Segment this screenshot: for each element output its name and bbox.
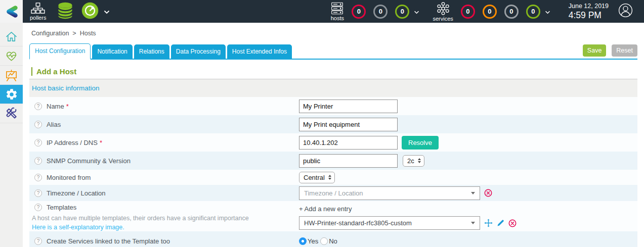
snmp-label: SNMP Community & Version — [47, 157, 131, 165]
dropdown-caret-icon — [471, 222, 475, 224]
sidebar-item-home[interactable] — [0, 27, 23, 46]
chart-easel-icon — [5, 68, 18, 82]
form-row-snmp: ? SNMP Community & Version 2c — [29, 152, 637, 170]
tab-host-extended-infos[interactable]: Host Extended Infos — [227, 44, 292, 59]
help-icon[interactable]: ? — [34, 103, 42, 110]
services-critical-counter[interactable]: 0 — [461, 5, 475, 19]
timezone-label: Timezone / Location — [47, 189, 106, 197]
sidebar-item-administration[interactable] — [0, 104, 23, 123]
pencil-icon — [497, 219, 504, 227]
heading-bar — [31, 67, 32, 76]
services-warning-counter[interactable]: 0 — [483, 5, 497, 19]
date-text: June 12, 2019 — [569, 3, 609, 10]
user-icon — [618, 3, 633, 18]
tab-data-processing[interactable]: Data Processing — [171, 44, 226, 59]
tab-notification[interactable]: Notification — [92, 44, 132, 59]
hosts-menu[interactable]: hosts — [330, 2, 344, 21]
required-asterisk: * — [100, 139, 102, 146]
sidebar-item-reporting[interactable] — [0, 66, 23, 85]
radio-yes[interactable] — [299, 237, 307, 245]
move-icon — [484, 219, 493, 227]
timezone-clear-button[interactable] — [484, 189, 492, 197]
hosts-down-counter[interactable]: 0 — [352, 5, 366, 19]
page-title: Add a Host — [31, 67, 637, 76]
form-row-templates: ? Templates A host can have multiple tem… — [29, 201, 637, 231]
pollers-label: pollers — [30, 15, 46, 21]
sidebar-item-configuration[interactable] — [0, 85, 23, 104]
form-row-monitored-from: ? Monitored from Central — [29, 170, 637, 185]
ip-label: IP Address / DNS* — [47, 139, 102, 146]
services-chevron-down-icon[interactable] — [545, 7, 550, 16]
pollers-menu[interactable]: pollers — [30, 3, 46, 21]
tab-relations[interactable]: Relations — [134, 44, 169, 59]
pollers-icon — [31, 3, 45, 15]
section-host-basic-information: Host basic information — [29, 79, 637, 97]
services-unknown-counter[interactable]: 0 — [504, 5, 519, 19]
add-template-link[interactable]: + Add a new entry — [299, 205, 632, 213]
gear-icon — [5, 88, 18, 101]
create-services-label: Create Services linked to the Template t… — [47, 237, 170, 245]
reset-button[interactable]: Reset — [612, 44, 637, 57]
user-profile-button[interactable] — [618, 3, 633, 20]
breadcrumb-configuration[interactable]: Configuration — [31, 30, 69, 37]
help-icon[interactable]: ? — [34, 189, 42, 197]
template-select[interactable]: HW-Printer-standard-rfc3805-custom — [299, 216, 480, 230]
templates-label: Templates — [47, 204, 76, 211]
sidebar-item-monitoring[interactable] — [0, 46, 23, 66]
hosts-unreachable-counter[interactable]: 0 — [373, 5, 388, 19]
form-row-create-services: ? Create Services linked to the Template… — [29, 231, 637, 247]
form-row-alias: ? Alias — [29, 115, 637, 133]
templates-note: A host can have multiple templates, thei… — [32, 215, 299, 231]
sidebar — [0, 23, 23, 247]
snmp-community-input[interactable] — [299, 154, 398, 168]
timezone-select[interactable]: Timezone / Location — [299, 186, 480, 200]
services-ok-counter[interactable]: 0 — [526, 5, 540, 19]
name-label: Name* — [47, 103, 69, 110]
remove-circle-icon — [508, 219, 517, 227]
database-status-icon[interactable] — [56, 2, 74, 22]
required-asterisk: * — [66, 103, 69, 110]
form-row-timezone: ? Timezone / Location Timezone / Locatio… — [29, 185, 637, 201]
tools-icon — [5, 107, 18, 120]
time-text: 4:59 PM — [569, 10, 609, 21]
tab-host-configuration[interactable]: Host Configuration — [29, 43, 91, 60]
name-input[interactable] — [299, 100, 398, 113]
radio-no-label: No — [329, 237, 337, 245]
centreon-logo[interactable] — [0, 0, 23, 23]
alias-label: Alias — [47, 121, 61, 128]
create-services-radio-group: Yes No — [299, 237, 337, 245]
breadcrumb-hosts[interactable]: Hosts — [80, 30, 96, 37]
home-icon — [5, 30, 18, 43]
services-menu[interactable]: services — [433, 2, 453, 22]
snmp-version-select[interactable]: 2c — [403, 155, 424, 167]
templates-note-link[interactable]: Here is a self-explanatory image. — [32, 224, 299, 231]
save-button[interactable]: Save — [583, 44, 607, 57]
help-icon[interactable]: ? — [34, 237, 42, 245]
services-label: services — [433, 16, 453, 22]
gauge-status-icon[interactable] — [81, 2, 99, 22]
form-row-name: ? Name* — [29, 97, 637, 115]
hosts-chevron-down-icon[interactable] — [414, 7, 419, 16]
host-form: Host basic information ? Name* ? Alias — [29, 79, 637, 247]
template-move-button[interactable] — [484, 219, 493, 227]
help-icon[interactable]: ? — [34, 157, 42, 165]
help-icon[interactable]: ? — [34, 204, 42, 211]
monitored-from-select[interactable]: Central — [299, 172, 335, 183]
resolve-button[interactable]: Resolve — [402, 136, 439, 150]
template-edit-button[interactable] — [497, 219, 504, 227]
alias-input[interactable] — [299, 118, 398, 131]
template-remove-button[interactable] — [508, 219, 517, 227]
poller-chevron-down-icon[interactable] — [104, 7, 110, 16]
help-icon[interactable]: ? — [34, 139, 42, 146]
monitored-from-label: Monitored from — [47, 174, 91, 181]
hosts-label: hosts — [331, 16, 344, 21]
main-content: Configuration>Hosts Host Configuration N… — [23, 23, 644, 247]
radio-no[interactable] — [320, 237, 328, 245]
select-stepper-icon — [328, 175, 331, 180]
ip-address-input[interactable] — [299, 136, 398, 150]
top-bar: pollers — [0, 0, 644, 23]
help-icon[interactable]: ? — [34, 174, 42, 181]
clock: June 12, 2019 4:59 PM — [569, 3, 609, 21]
hosts-up-counter[interactable]: 0 — [395, 5, 409, 19]
help-icon[interactable]: ? — [34, 121, 42, 128]
